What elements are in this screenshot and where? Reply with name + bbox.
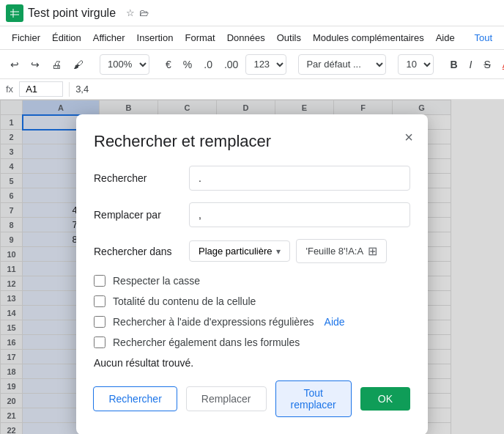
- menu-format[interactable]: Format: [179, 29, 220, 46]
- strikethrough-btn[interactable]: S: [479, 56, 494, 73]
- checkbox-formulas: Rechercher également dans les formules: [94, 336, 410, 348]
- tout-remplacer-btn[interactable]: Tout remplacer: [275, 380, 352, 417]
- no-result-message: Aucun résultat trouvé.: [94, 357, 410, 369]
- checkbox-total: Totalité du contenu de la cellule: [94, 295, 410, 307]
- find-replace-dialog: Rechercher et remplacer × Rechercher Rem…: [76, 114, 428, 434]
- toolbar: ↩ ↪ 🖨 🖌 100% € % .0 .00 123 Par défaut .…: [0, 50, 504, 79]
- regex-label: Rechercher à l'aide d'expressions réguli…: [113, 316, 314, 328]
- dialog-title: Rechercher et remplacer: [94, 132, 410, 151]
- formula-separator: [69, 82, 70, 97]
- formula-label: fx: [6, 84, 13, 95]
- menu-modules[interactable]: Modules complémentaires: [307, 29, 430, 46]
- full-content-checkbox[interactable]: [94, 295, 105, 307]
- ok-btn[interactable]: OK: [360, 387, 410, 411]
- search-label: Rechercher: [94, 172, 189, 184]
- formulas-checkbox[interactable]: [94, 336, 105, 348]
- cell-reference[interactable]: A1: [19, 81, 63, 97]
- zoom-select[interactable]: 100%: [100, 54, 149, 75]
- formulas-label: Rechercher également dans les formules: [113, 336, 300, 348]
- dropdown-label: Plage particulière: [199, 246, 272, 257]
- regex-checkbox[interactable]: [94, 316, 105, 328]
- menu-donnees[interactable]: Données: [221, 29, 271, 46]
- menu-afficher[interactable]: Afficher: [87, 29, 131, 46]
- menu-fichier[interactable]: Fichier: [6, 29, 46, 46]
- replace-row: Remplacer par: [94, 202, 410, 227]
- aide-link[interactable]: Aide: [325, 316, 345, 328]
- checkbox-regex: Rechercher à l'aide d'expressions réguli…: [94, 316, 410, 328]
- bold-btn[interactable]: B: [445, 56, 462, 73]
- title-bar: Test point virgule ☆ 🗁: [0, 0, 504, 26]
- menu-aide[interactable]: Aide: [430, 29, 461, 46]
- dialog-footer: Rechercher Remplacer Tout remplacer OK: [94, 380, 410, 417]
- menu-edition[interactable]: Édition: [46, 29, 87, 46]
- undo-btn[interactable]: ↩: [6, 56, 23, 73]
- menu-tout[interactable]: Tout: [468, 29, 498, 46]
- svg-rect-0: [10, 9, 19, 18]
- sheet-area: A B C D E F G 13,4267,833,244,351,366,57…: [0, 100, 504, 434]
- range-value: 'Feuille 8'!A:A: [305, 246, 363, 257]
- title-actions: ☆ 🗁: [126, 7, 149, 18]
- replace-input[interactable]: [189, 202, 410, 227]
- range-display: 'Feuille 8'!A:A ⊞: [296, 239, 387, 263]
- menu-outils[interactable]: Outils: [271, 29, 307, 46]
- font-family-select[interactable]: Par défaut ...: [298, 54, 386, 75]
- formula-value: 3,4: [75, 84, 89, 95]
- respect-case-checkbox[interactable]: [94, 275, 105, 287]
- checkbox-case: Respecter la casse: [94, 275, 410, 287]
- rechercher-btn[interactable]: Rechercher: [93, 386, 177, 411]
- app-icon: [6, 4, 23, 22]
- grid-icon[interactable]: ⊞: [368, 244, 377, 258]
- format-select[interactable]: 123: [245, 54, 286, 75]
- chevron-down-icon: ▾: [276, 246, 281, 257]
- document-title: Test point virgule: [28, 7, 116, 20]
- respect-case-label: Respecter la casse: [113, 275, 200, 287]
- currency-btn[interactable]: €: [161, 56, 176, 73]
- star-icon[interactable]: ☆: [126, 7, 135, 18]
- underline-btn[interactable]: A: [498, 56, 504, 73]
- search-row: Rechercher: [94, 166, 410, 191]
- folder-icon[interactable]: 🗁: [139, 7, 149, 18]
- percent-btn[interactable]: %: [179, 56, 196, 73]
- formula-bar: fx A1 3,4: [0, 79, 504, 100]
- search-in-label: Rechercher dans: [94, 246, 189, 257]
- search-input[interactable]: [189, 166, 410, 191]
- modal-overlay: Rechercher et remplacer × Rechercher Rem…: [0, 100, 504, 434]
- redo-btn[interactable]: ↪: [26, 56, 44, 73]
- italic-btn[interactable]: I: [465, 56, 477, 73]
- print-btn[interactable]: 🖨: [47, 56, 66, 73]
- remplacer-btn[interactable]: Remplacer: [186, 386, 267, 411]
- decimal-dec-btn[interactable]: .0: [199, 56, 217, 73]
- menu-bar: Fichier Édition Afficher Insertion Forma…: [0, 26, 504, 50]
- paint-format-btn[interactable]: 🖌: [69, 56, 88, 73]
- full-content-label: Totalité du contenu de la cellule: [113, 295, 256, 307]
- font-size-select[interactable]: 10: [398, 54, 434, 75]
- dialog-close-btn[interactable]: ×: [401, 126, 416, 149]
- search-in-dropdown[interactable]: Plage particulière ▾: [189, 240, 290, 262]
- decimal-inc-btn[interactable]: .00: [220, 56, 242, 73]
- menu-insertion[interactable]: Insertion: [131, 29, 179, 46]
- replace-label: Remplacer par: [94, 209, 189, 221]
- search-in-row: Rechercher dans Plage particulière ▾ 'Fe…: [94, 239, 410, 263]
